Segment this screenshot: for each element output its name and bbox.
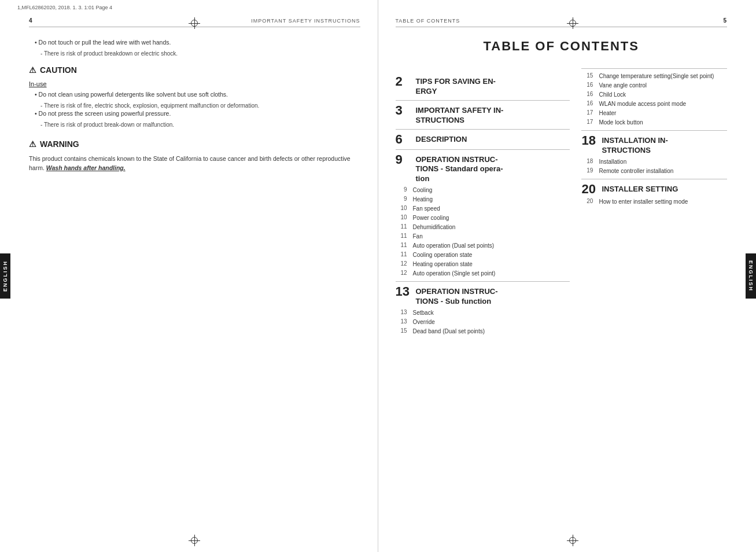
lead-wire-sub-item: There is risk of product breakdown or el… — [40, 50, 360, 57]
caution-item-1: Do not clean using powerful detergents l… — [35, 91, 360, 98]
caution-sub-item-1: There is risk of fire, electric shock, e… — [40, 102, 360, 109]
lead-wire-sub-list: There is risk of product breakdown or el… — [29, 50, 360, 57]
caution-sub-1: There is risk of fire, electric shock, e… — [29, 102, 360, 109]
toc-minor-auto-single: 12 Auto operation (Single set point) — [396, 270, 570, 278]
left-page: ENGLISH 1,MFL62862020, 2018. 1. 3. 1:01 … — [0, 0, 378, 552]
right-page-header: TABLE OF CONTENTS 5 — [396, 17, 728, 27]
toc-minor-mode-lock: 17 Mode lock button — [581, 119, 727, 127]
toc-minor-setback: 13 Setback — [396, 309, 570, 317]
left-section-label: IMPORTANT SAFETY INSTRUCTIONS — [251, 18, 360, 24]
toc-minor-child-lock: 16 Child Lock — [581, 91, 727, 99]
lead-wire-list: Do not touch or pull the lead wire with … — [29, 39, 360, 46]
caution-section-title: ⚠ CAUTION — [29, 65, 360, 75]
page-container: ENGLISH 1,MFL62862020, 2018. 1. 3. 1:01 … — [0, 0, 756, 552]
toc-entry-18: 18 INSTALLATION IN-STRUCTIONS — [581, 130, 727, 156]
toc-left-column: 2 TIPS FOR SAVING EN-ERGY 3 IMPORTANT SA… — [396, 68, 570, 337]
toc-minor-override: 13 Override — [396, 318, 570, 326]
toc-entry-20: 20 INSTALLER SETTING — [581, 179, 727, 196]
toc-minor-heating-state: 12 Heating operation state — [396, 260, 570, 268]
caution-sub-item-2: There is risk of product break-down or m… — [40, 122, 360, 128]
toc-entry-3: 3 IMPORTANT SAFETY IN-STRUCTIONS — [396, 100, 570, 126]
right-side-tab: ENGLISH — [746, 253, 756, 299]
toc-minor-wlan: 16 WLAN module access point mode — [581, 100, 727, 108]
caution-icon: ⚠ — [29, 65, 36, 75]
left-side-tab: ENGLISH — [0, 253, 10, 299]
toc-minor-heating: 9 Heating — [396, 196, 570, 204]
toc-minor-change-temp: 15 Change temperature setting(Single set… — [581, 68, 727, 80]
toc-minor-fan-speed: 10 Fan speed — [396, 205, 570, 213]
toc-minor-auto-dual: 11 Auto operation (Dual set points) — [396, 242, 570, 250]
warning-text: This product contains chemicals known to… — [29, 154, 360, 173]
toc-minor-heater: 17 Heater — [581, 109, 727, 117]
warning-icon: ⚠ — [29, 139, 36, 149]
caution-list-2: Do not press the screen using powerful p… — [29, 110, 360, 117]
toc-minor-dead-band: 15 Dead band (Dual set points) — [396, 327, 570, 336]
left-page-number: 4 — [29, 17, 33, 24]
right-page-number: 5 — [723, 17, 727, 24]
toc-minor-installer-mode: 20 How to enter installer setting mode — [581, 198, 727, 206]
warning-section-title: ⚠ WARNING — [29, 139, 360, 149]
toc-entry-2: 2 TIPS FOR SAVING EN-ERGY — [396, 72, 570, 97]
toc-right-column: 15 Change temperature setting(Single set… — [581, 68, 727, 337]
toc-minor-power-cooling: 10 Power cooling — [396, 214, 570, 222]
in-use-label: In-use — [29, 80, 360, 87]
caution-sub-2: There is risk of product break-down or m… — [29, 122, 360, 128]
caution-list: Do not clean using powerful detergents l… — [29, 91, 360, 98]
toc-minor-fan: 11 Fan — [396, 233, 570, 241]
toc-minor-vane: 16 Vane angle control — [581, 82, 727, 90]
toc-minor-remote-controller: 19 Remote controller installation — [581, 167, 727, 175]
toc-minor-cooling: 9 Cooling — [396, 186, 570, 194]
toc-title: TABLE OF CONTENTS — [396, 39, 728, 54]
top-header: 1,MFL62862020, 2018. 1. 3. 1:01 Page 4 — [17, 5, 360, 10]
toc-minor-cooling-state: 11 Cooling operation state — [396, 251, 570, 259]
toc-minor-installation: 18 Installation — [581, 158, 727, 166]
right-section-label: TABLE OF CONTENTS — [396, 18, 460, 24]
caution-item-2: Do not press the screen using powerful p… — [35, 110, 360, 117]
toc-minor-dehumidification: 11 Dehumidification — [396, 223, 570, 231]
lead-wire-item: Do not touch or pull the lead wire with … — [35, 39, 360, 46]
toc-columns: 2 TIPS FOR SAVING EN-ERGY 3 IMPORTANT SA… — [396, 68, 728, 337]
right-page: ENGLISH TABLE OF CONTENTS 5 TABLE OF CON… — [378, 0, 757, 552]
toc-entry-9: 9 OPERATION INSTRUC-TIONS - Standard ope… — [396, 149, 570, 185]
toc-entry-13: 13 OPERATION INSTRUC-TIONS - Sub functio… — [396, 281, 570, 307]
toc-entry-6: 6 DESCRIPTION — [396, 129, 570, 146]
